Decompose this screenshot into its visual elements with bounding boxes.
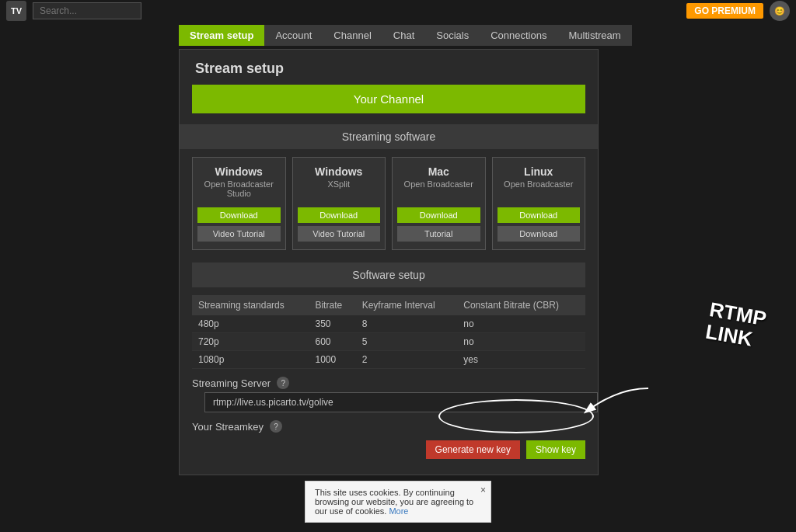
tabs-container: Stream setup Account Channel Chat Social… <box>179 25 796 46</box>
cookie-close-button[interactable]: × <box>480 485 486 495</box>
tab-stream-setup[interactable]: Stream setup <box>179 25 264 46</box>
sw-card-windows-obs: Windows Open Broadcaster Studio Download… <box>192 157 286 250</box>
download-button-1[interactable]: Download <box>197 207 281 223</box>
tutorial-button-2[interactable]: Video Tutorial <box>298 226 381 242</box>
generate-key-button[interactable]: Generate new key <box>426 440 520 459</box>
logo-icon: TV <box>6 1 26 21</box>
cell-cbr-720: no <box>457 333 585 351</box>
download-button-4[interactable]: Download <box>498 207 581 223</box>
col-header-keyframe: Keyframe Interval <box>356 295 458 315</box>
setup-table: Streaming standards Bitrate Keyframe Int… <box>192 295 585 369</box>
col-header-bitrate: Bitrate <box>309 295 355 315</box>
main-content: Stream setup Your Channel Streaming soft… <box>0 49 796 475</box>
sw-card-mac-obs: Mac Open Broadcaster Download Tutorial <box>392 157 486 250</box>
cell-480p: 480p <box>192 315 309 333</box>
col-header-cbr: Constant Bitrate (CBR) <box>457 295 585 315</box>
os-name-3: Mac <box>397 165 480 178</box>
your-channel-button[interactable]: Your Channel <box>192 85 585 113</box>
os-name-2: Windows <box>298 165 381 178</box>
cell-1080p: 1080p <box>192 351 309 369</box>
cookie-text: This site uses cookies. By continuing br… <box>315 488 481 516</box>
cell-keyframe-480: 8 <box>356 315 458 333</box>
sw-card-linux-obs: Linux Open Broadcaster Download Download <box>492 157 586 250</box>
cell-cbr-1080: yes <box>457 351 585 369</box>
sw-card-windows-xsplit: Windows XSplit Download Video Tutorial <box>292 157 386 250</box>
os-name-4: Linux <box>498 165 581 178</box>
avatar[interactable]: 😊 <box>770 1 790 21</box>
software-cards: Windows Open Broadcaster Studio Download… <box>180 157 598 258</box>
software-setup-section: Software setup Streaming standards Bitra… <box>180 263 598 369</box>
tab-socials[interactable]: Socials <box>425 25 480 46</box>
table-row: 720p 600 5 no <box>192 333 585 351</box>
download-button-3[interactable]: Download <box>397 207 480 223</box>
col-header-standards: Streaming standards <box>192 295 309 315</box>
streaming-server-row: Streaming Server ? <box>180 369 598 392</box>
show-key-button[interactable]: Show key <box>526 440 585 459</box>
software-setup-header: Software setup <box>192 263 585 287</box>
sw-name-2: XSplit <box>298 179 381 201</box>
download-button-2[interactable]: Download <box>298 207 381 223</box>
streaming-server-input[interactable] <box>204 392 598 412</box>
panel-title: Stream setup <box>180 50 598 85</box>
premium-button[interactable]: GO PREMIUM <box>686 3 763 19</box>
stream-setup-panel: Stream setup Your Channel Streaming soft… <box>179 49 599 475</box>
tab-connections[interactable]: Connections <box>480 25 557 46</box>
cell-720p: 720p <box>192 333 309 351</box>
cell-keyframe-1080: 2 <box>356 351 458 369</box>
cookie-banner: × This site uses cookies. By continuing … <box>305 481 491 523</box>
cell-keyframe-720: 5 <box>356 333 458 351</box>
cell-bitrate-480: 350 <box>309 315 355 333</box>
streaming-software-header: Streaming software <box>180 124 598 149</box>
avatar-placeholder: 😊 <box>774 6 785 16</box>
streamkey-help-icon[interactable]: ? <box>270 420 282 433</box>
table-row: 480p 350 8 no <box>192 315 585 333</box>
key-buttons: Generate new key Show key <box>180 436 598 459</box>
cell-bitrate-1080: 1000 <box>309 351 355 369</box>
cell-cbr-480: no <box>457 315 585 333</box>
os-name-1: Windows <box>197 165 281 178</box>
tab-multistream[interactable]: Multistream <box>557 25 631 46</box>
topbar-right: GO PREMIUM 😊 <box>686 1 790 21</box>
streamkey-row: Your Streamkey ? <box>180 412 598 436</box>
tutorial-button-4[interactable]: Download <box>498 226 581 242</box>
streaming-server-help-icon[interactable]: ? <box>277 377 289 389</box>
table-row: 1080p 1000 2 yes <box>192 351 585 369</box>
tutorial-button-3[interactable]: Tutorial <box>397 226 480 242</box>
topbar-left: TV <box>6 1 141 21</box>
cell-bitrate-720: 600 <box>309 333 355 351</box>
sw-name-4: Open Broadcaster <box>498 179 581 201</box>
sw-name-1: Open Broadcaster Studio <box>197 179 281 201</box>
tutorial-button-1[interactable]: Video Tutorial <box>197 226 281 242</box>
streamkey-label: Your Streamkey <box>192 421 264 433</box>
search-input[interactable] <box>33 2 141 19</box>
cookie-more-link[interactable]: More <box>389 506 408 516</box>
tab-chat[interactable]: Chat <box>382 25 425 46</box>
tab-account[interactable]: Account <box>264 25 323 46</box>
streaming-server-label: Streaming Server <box>192 377 271 389</box>
tab-channel[interactable]: Channel <box>323 25 382 46</box>
topbar: TV GO PREMIUM 😊 <box>0 0 796 22</box>
sw-name-3: Open Broadcaster <box>397 179 480 201</box>
streaming-server-input-wrapper <box>180 392 598 412</box>
